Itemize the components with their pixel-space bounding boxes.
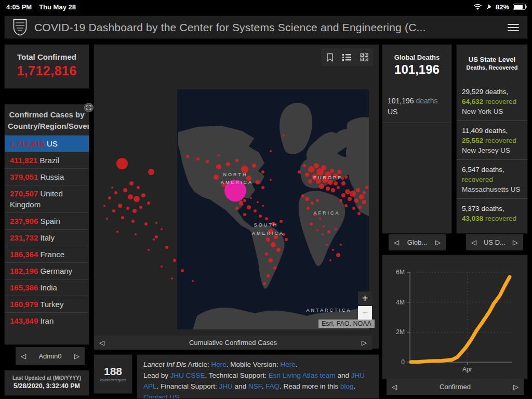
us-state-pagination-label: US D... (476, 238, 513, 246)
menu-icon[interactable] (508, 24, 519, 31)
global-deaths-pagination: ◁ Glob... ▷ (389, 234, 446, 250)
svg-text:4M: 4M (396, 299, 405, 306)
confirmed-line-series (411, 277, 510, 362)
svg-text:ANTARCTICA: ANTARCTICA (307, 308, 352, 313)
global-deaths-value: 101,196 (382, 62, 451, 77)
next-page-icon[interactable]: ▷ (362, 339, 367, 347)
total-confirmed-value: 1,712,816 (5, 63, 89, 78)
us-state-panel: US State Level Deaths, Recovered 29,529 … (456, 44, 528, 234)
last-updated-panel: Last Updated at (M/D/YYYY) 5/28/2020, 3:… (4, 370, 89, 396)
country-row[interactable]: 379,051 Russia (5, 168, 89, 185)
global-deaths-title: Global Deaths (382, 54, 451, 61)
zoom-in-button[interactable]: + (358, 291, 372, 305)
location-arrow-icon (486, 4, 492, 10)
prev-page-icon[interactable]: ◁ (21, 352, 26, 360)
legend-list-icon[interactable] (340, 50, 354, 64)
country-row[interactable]: 270,507 United Kingdom (5, 185, 89, 212)
svg-text:6M: 6M (396, 269, 405, 276)
countries-count-panel: 188 countries/regions (94, 354, 132, 394)
credits-text: Lancet Inf Dis Article: Here. Mobile Ver… (143, 359, 373, 399)
us-state-title: US State Level (457, 56, 527, 63)
chart-pagination: ◁ Confirmed ▷ (387, 379, 524, 395)
svg-text:2M: 2M (396, 328, 405, 336)
credits-panel: Lancet Inf Dis Article: Here. Mobile Ver… (137, 354, 379, 399)
state-item[interactable]: 29,529 deaths, 64,632 recovered New York… (457, 82, 527, 121)
next-page-icon[interactable]: ▷ (435, 238, 441, 246)
confirmed-chart-panel: 02M4M6MApr (382, 255, 528, 379)
global-deaths-item[interactable]: 101,196 deaths US (382, 88, 451, 123)
country-row[interactable]: 1,712,816 US (5, 135, 89, 152)
total-confirmed-panel: Total Confirmed 1,712,816 (4, 44, 89, 89)
country-pagination-label: Admin0 (26, 352, 74, 360)
country-row[interactable]: 143,849 Iran (5, 312, 89, 329)
deaths-unit: deaths (416, 97, 438, 105)
date: Thu May 28 (39, 3, 76, 11)
country-row[interactable]: 165,386 India (5, 279, 89, 296)
svg-text:0: 0 (401, 358, 405, 366)
bookmark-icon[interactable] (323, 50, 337, 64)
svg-text:SOUTH: SOUTH (254, 222, 278, 228)
state-item[interactable]: 11,409 deaths, 25,552 recovered New Jers… (457, 121, 527, 159)
last-updated-label: Last Updated at (M/D/YYYY) (5, 375, 89, 381)
country-row[interactable]: 411,821 Brazil (5, 152, 89, 168)
credit-link[interactable]: Contact US (143, 393, 179, 399)
countries-count-caption: countries/regions (94, 378, 132, 382)
wifi-icon (473, 4, 482, 10)
zoom-out-button[interactable]: − (358, 306, 372, 320)
country-row[interactable]: 182,196 Germany (5, 262, 89, 279)
jhu-shield-icon (13, 19, 27, 36)
countries-count: 188 (94, 365, 132, 378)
country-row[interactable]: 186,364 France (5, 246, 89, 262)
prev-page-icon[interactable]: ◁ (99, 339, 104, 347)
credit-link[interactable]: NSF (248, 382, 262, 390)
clock: 4:05 PM (6, 3, 32, 11)
map-pagination: ◁ Cumulative Confirmed Cases ▷ (94, 336, 372, 350)
battery-percent: 82% (496, 3, 509, 11)
state-list: 29,529 deaths, 64,632 recovered New York… (457, 82, 527, 228)
country-list: 1,712,816 US411,821 Brazil379,051 Russia… (5, 135, 89, 329)
svg-text:AMERICA: AMERICA (252, 231, 284, 236)
next-page-icon[interactable]: ▷ (513, 383, 518, 391)
credit-link[interactable]: blog (340, 382, 354, 390)
map-panel[interactable]: NORTHAMERICAEUROPEAFRICASOUTHAMERICAANTA… (94, 44, 379, 349)
svg-text:EUROPE: EUROPE (313, 175, 342, 180)
next-page-icon[interactable]: ▷ (74, 352, 79, 360)
us-state-pagination: ◁ US D... ▷ (466, 234, 523, 250)
prev-page-icon[interactable]: ◁ (471, 238, 476, 246)
map-pagination-label: Cumulative Confirmed Cases (104, 339, 362, 347)
credit-link[interactable]: JHU (219, 382, 233, 390)
credit-link[interactable]: Esri Living Atlas team (269, 371, 336, 379)
prev-page-icon[interactable]: ◁ (392, 383, 397, 391)
world-map[interactable]: NORTHAMERICAEUROPEAFRICASOUTHAMERICAANTA… (94, 45, 380, 350)
cumulative-cases-chart[interactable]: 02M4M6MApr (382, 255, 528, 379)
svg-text:AMERICA: AMERICA (221, 180, 253, 185)
confirmed-by-country-panel: Confirmed Cases by Country/Region/Sovere… (4, 104, 89, 345)
status-bar: 4:05 PM Thu May 28 82% (0, 0, 532, 14)
last-updated-value: 5/28/2020, 3:32:40 PM (5, 382, 89, 390)
credit-link[interactable]: JHU CSSE (170, 371, 205, 379)
map-toolbar (321, 48, 373, 66)
state-item[interactable]: 6,547 deaths, recovered Massachusetts US (457, 159, 527, 198)
svg-text:NORTH: NORTH (223, 172, 248, 177)
country-row[interactable]: 237,906 Spain (5, 212, 89, 229)
state-item[interactable]: 5,373 deaths, 43,038 recovered (457, 198, 527, 228)
chart-pagination-label: Confirmed (397, 383, 513, 391)
basemap-grid-icon[interactable] (357, 50, 371, 64)
prev-page-icon[interactable]: ◁ (394, 238, 399, 246)
global-deaths-panel: Global Deaths 101,196 101,196 deaths US (382, 44, 452, 234)
country-pagination: ◁ Admin0 ▷ (16, 347, 85, 365)
country-row[interactable]: 160,979 Turkey (5, 296, 89, 312)
svg-text:AFRICA: AFRICA (313, 210, 340, 216)
credit-link[interactable]: FAQ (265, 382, 280, 390)
next-page-icon[interactable]: ▷ (513, 238, 518, 246)
map-attribution: Esri, FAO, NOAA (318, 320, 375, 328)
expand-icon[interactable] (84, 103, 94, 112)
country-row[interactable]: 231,732 Italy (5, 229, 89, 246)
credit-link[interactable]: Here (211, 361, 227, 368)
svg-text:Apr: Apr (462, 366, 472, 373)
total-confirmed-title: Total Confirmed (5, 52, 89, 61)
battery-icon (513, 4, 526, 10)
credit-link[interactable]: Here (280, 361, 295, 368)
us-state-subtitle: Deaths, Recovered (457, 64, 527, 71)
app-header: COVID-19 Dashboard by the Center for Sys… (4, 16, 528, 39)
